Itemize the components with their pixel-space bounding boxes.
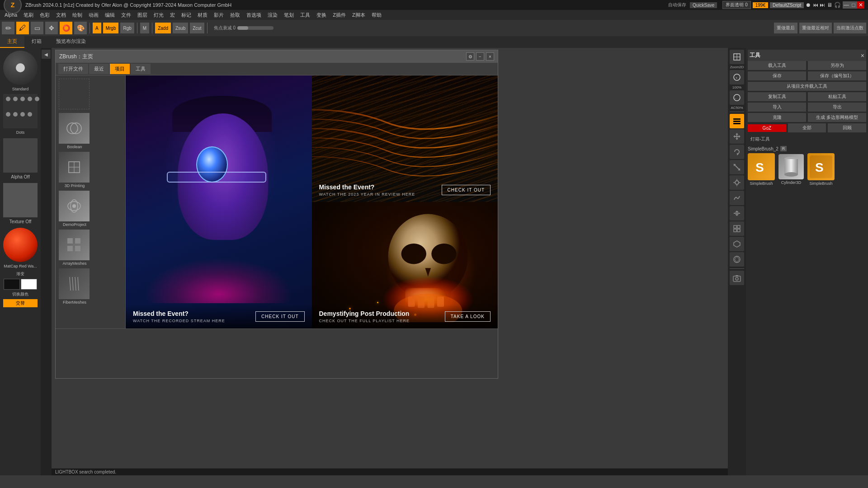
tab-project[interactable]: 项目 (110, 64, 130, 74)
tab-recent[interactable]: 最近 (89, 64, 109, 74)
paste-tool-button[interactable]: 粘贴工具 (808, 92, 866, 101)
menu-transform[interactable]: 变换 (314, 11, 329, 19)
menu-brush[interactable]: 笔刷 (21, 11, 36, 19)
color-swatch-black[interactable] (4, 279, 20, 290)
camera-icon[interactable] (730, 271, 744, 285)
card-3-cta-button[interactable]: TAKE A LOOK (445, 311, 491, 322)
tab-open-file[interactable]: 打开文件 (58, 64, 88, 74)
file-thumb-boolean[interactable]: Boolean (59, 113, 90, 149)
zcut-button[interactable]: Zcut (190, 23, 204, 33)
menu-layer[interactable]: 图层 (135, 11, 150, 19)
zoom-minus-icon[interactable]: - (730, 90, 744, 105)
smooth-icon[interactable] (730, 191, 744, 205)
paint-button[interactable]: 🎨 (74, 22, 87, 34)
menu-document[interactable]: 文档 (53, 11, 69, 19)
remesh-icon[interactable] (730, 252, 744, 267)
goz-button[interactable]: GoZ (748, 124, 786, 132)
last-best-button[interactable]: 重做最后 (774, 23, 797, 33)
move-icon[interactable] (730, 129, 744, 144)
alpha-swatch[interactable] (3, 138, 38, 173)
zadd-button[interactable]: Zadd (155, 23, 171, 33)
focal-slider[interactable] (237, 26, 274, 30)
close-window-button[interactable]: ✕ (857, 1, 864, 9)
draw-mode-button[interactable]: 🖊 (16, 22, 29, 34)
card-1-cta-button[interactable]: CHECK IT OUT (255, 311, 304, 322)
mrgb-button[interactable]: Mrgb (103, 23, 119, 33)
simplebrush-2-icon[interactable]: S (807, 153, 835, 180)
scale-icon[interactable] (730, 160, 744, 174)
dynamehs-button[interactable] (730, 237, 744, 251)
save-as-button[interactable]: 另存为 (808, 61, 866, 70)
export-button[interactable]: 导出 (808, 103, 866, 112)
menu-help[interactable]: 帮助 (369, 11, 384, 19)
menu-pickup[interactable]: 拾取 (227, 11, 243, 19)
card-2-cta-button[interactable]: CHECK IT OUT (442, 185, 491, 195)
remesh-button[interactable]: 克隆 (748, 113, 806, 122)
import-tool-button[interactable]: 载入工具 (748, 61, 806, 70)
menu-alpha[interactable]: Alpha (2, 11, 20, 19)
minimize-window-button[interactable]: — (843, 1, 850, 9)
dialog-close-button[interactable]: × (486, 52, 494, 61)
texture-swatch[interactable] (3, 183, 38, 217)
menu-preferences[interactable]: 首选项 (244, 11, 264, 19)
edit-mode-button[interactable]: ✏ (2, 22, 14, 34)
menu-draw[interactable]: 绘制 (70, 11, 85, 19)
menu-zplugin[interactable]: Z插件 (330, 11, 349, 19)
maximize-window-button[interactable]: □ (850, 1, 857, 9)
menu-render[interactable]: 渲染 (265, 11, 280, 19)
menu-animation[interactable]: 动画 (86, 11, 101, 19)
color-swatch-white[interactable] (21, 279, 37, 290)
generate-mesh-button[interactable]: 生成 多边形网格模型 (808, 113, 866, 122)
menu-color[interactable]: 色彩 (37, 11, 52, 19)
tools-panel-close[interactable]: × (861, 52, 864, 59)
all-button[interactable]: 全部 (788, 123, 826, 132)
flatten-icon[interactable] (730, 206, 744, 221)
file-thumb-empty[interactable] (59, 79, 90, 110)
matcap-selector[interactable] (3, 228, 38, 262)
left-edge-toggle[interactable]: ◀ (42, 50, 51, 59)
quicksave-button[interactable]: QuickSave (690, 2, 717, 8)
r-button[interactable]: R (780, 146, 787, 151)
zoom100-icon[interactable]: + (730, 70, 744, 84)
menu-movie[interactable]: 影片 (211, 11, 226, 19)
sphere-button[interactable]: ⭕ (60, 22, 72, 34)
subtools-active-icon[interactable] (730, 114, 744, 128)
default-zscript-button[interactable]: DefaultZScript (770, 2, 804, 8)
zoom2d-icon[interactable] (730, 50, 744, 64)
grid-icon[interactable] (730, 221, 744, 236)
menu-tool[interactable]: 工具 (297, 11, 313, 19)
tab-tool[interactable]: 工具 (131, 64, 151, 74)
dialog-settings-button[interactable]: ⚙ (466, 52, 474, 61)
m-button[interactable]: M (140, 23, 149, 33)
tab-lightbox[interactable]: 灯箱 (24, 36, 49, 48)
orange-alert-button[interactable]: 199€ (753, 2, 768, 8)
file-thumb-3dprinting[interactable]: 3D Printing (59, 152, 90, 188)
file-thumb-fibermeshes[interactable]: FiberMeshes (59, 268, 90, 305)
tab-home[interactable]: 主页 (0, 36, 24, 48)
menu-edit[interactable]: 编辑 (102, 11, 118, 19)
menu-material[interactable]: 材质 (195, 11, 210, 19)
menu-macro[interactable]: 宏 (167, 11, 178, 19)
menu-marker[interactable]: 标记 (179, 11, 194, 19)
a-button[interactable]: A (93, 23, 101, 33)
select-button[interactable]: ▭ (31, 22, 43, 34)
active-count-button[interactable]: 当前激活点数 (834, 23, 866, 33)
simplebrush-1-icon[interactable]: S (748, 153, 775, 180)
review-button[interactable]: 回顾 (828, 123, 866, 132)
menu-stroke[interactable]: 笔划 (281, 11, 297, 19)
exchange-button[interactable]: 交替 (3, 299, 38, 307)
menu-file[interactable]: 文件 (118, 11, 134, 19)
last-best-relative-button[interactable]: 重做最近相对 (799, 23, 832, 33)
rgb-button[interactable]: Rgb (120, 23, 134, 33)
file-thumb-demoproject[interactable]: DemoProject (59, 191, 90, 227)
rotate-icon[interactable] (730, 145, 744, 159)
move-button[interactable]: ✥ (45, 22, 58, 34)
center-icon[interactable] (730, 175, 744, 190)
cylinder3d-icon[interactable] (778, 154, 804, 179)
interface-transparent-button[interactable]: 界面透明 0 (722, 1, 750, 9)
file-thumb-arraymeshes[interactable]: ArrayMeshes (59, 230, 90, 266)
tab-preview-bool[interactable]: 预览布尔渲染 (49, 36, 93, 48)
copy-tool-button[interactable]: 复制工具 (748, 92, 806, 101)
dialog-minimize-button[interactable]: − (476, 52, 484, 61)
save-button[interactable]: 保存 (748, 71, 806, 80)
